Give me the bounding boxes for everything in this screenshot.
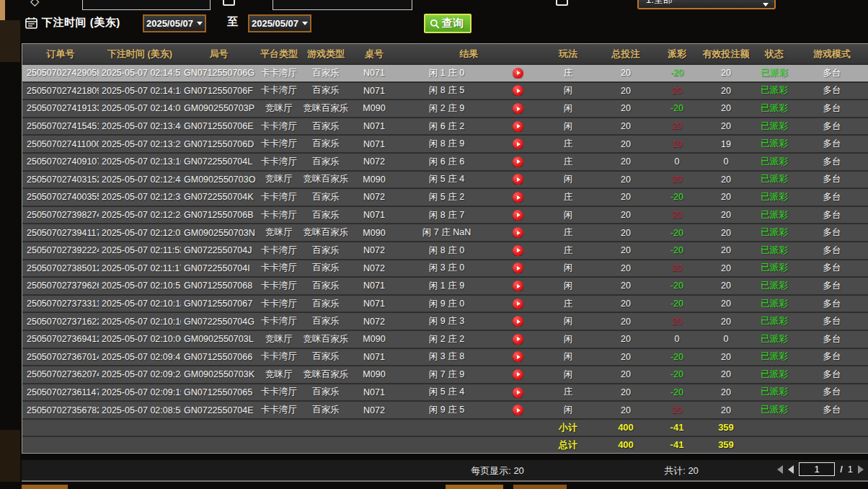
play-video-icon[interactable]	[513, 157, 523, 167]
cell-table-number: N072	[350, 405, 398, 415]
cell-platform-type: 卡卡湾厅	[257, 262, 301, 274]
play-video-icon[interactable]	[513, 227, 523, 238]
cell-total-bet: 20	[596, 317, 655, 327]
cell-order-number: 250507027356782	[22, 405, 99, 415]
cell-platform-type: 卡卡湾厅	[257, 404, 301, 416]
filter-input-1[interactable]	[82, 0, 211, 10]
cell-bet-time: 2025-05-07 02:11:17	[99, 263, 181, 273]
cell-result: 闲 8 庄 5	[398, 84, 495, 97]
page-count: 1	[848, 464, 853, 475]
cell-order-number: 250507027415451	[22, 121, 99, 131]
play-video-icon[interactable]	[513, 351, 523, 362]
table-row[interactable]: 250507027356782 2025-05-07 02:08:58 GN07…	[22, 400, 868, 418]
cell-game-type: 竞咪百家乐	[301, 102, 350, 115]
table-row[interactable]: 250507027411000 2025-05-07 02:13:25 GN07…	[22, 134, 868, 152]
cell-play-method: 闲	[540, 102, 596, 115]
play-video-icon[interactable]	[513, 174, 523, 185]
cell-payout: -20	[655, 228, 699, 238]
cell-game-mode: 多台	[795, 333, 868, 345]
table-body: 250507027429058 2025-05-07 02:14:52 GN07…	[22, 63, 868, 418]
table-row[interactable]: 250507027392224 2025-05-07 02:11:53 GN07…	[22, 241, 868, 259]
header-game-type: 游戏类型	[301, 48, 350, 61]
cell-play-method: 庄	[540, 191, 596, 203]
cell-order-number: 250507027373311	[22, 299, 99, 309]
cell-order-number: 250507027398274	[22, 210, 99, 220]
table-row[interactable]: 250507027403152 2025-05-07 02:12:48 GM09…	[22, 170, 868, 188]
table-row[interactable]: 250507027429058 2025-05-07 02:14:52 GN07…	[22, 63, 868, 82]
table-row[interactable]: 250507027367014 2025-05-07 02:09:47 GN07…	[22, 348, 868, 366]
play-video-icon[interactable]	[513, 281, 523, 291]
play-video-icon[interactable]	[513, 299, 523, 309]
play-video-icon[interactable]	[513, 68, 523, 79]
cell-order-number: 250507027385012	[22, 263, 99, 273]
table-row[interactable]: 250507027379626 2025-05-07 02:10:51 GN07…	[22, 276, 868, 294]
cell-game-type: 竞咪百家乐	[301, 173, 350, 185]
cell-game-mode: 多台	[795, 138, 868, 150]
table-row[interactable]: 250507027371622 2025-05-07 02:10:10 GN07…	[22, 312, 868, 330]
play-video-icon[interactable]	[513, 138, 523, 149]
play-video-icon[interactable]	[513, 121, 523, 132]
cell-game-type: 百家乐	[301, 120, 350, 133]
cell-game-type: 百家乐	[301, 156, 350, 168]
table-row[interactable]: 250507027421809 2025-05-07 02:14:18 GN07…	[22, 82, 868, 100]
cell-result: 闲 3 庄 0	[398, 262, 495, 274]
header-table-no: 桌号	[350, 48, 398, 61]
calendar-icon	[223, 0, 235, 6]
first-page-button[interactable]	[777, 465, 783, 474]
play-video-icon[interactable]	[513, 210, 523, 221]
next-page-button[interactable]	[858, 465, 864, 474]
table-row[interactable]: 250507027361147 2025-05-07 02:09:19 GN07…	[22, 383, 868, 401]
cell-payout: -20	[655, 192, 699, 202]
cell-platform-type: 竞咪厅	[257, 102, 301, 115]
table-row[interactable]: 250507027398274 2025-05-07 02:12:24 GN07…	[22, 206, 868, 224]
cell-table-number: N072	[350, 317, 398, 327]
cell-status: 已派彩	[753, 138, 795, 150]
cell-table-number: M090	[350, 103, 398, 113]
cell-play-method: 庄	[540, 156, 596, 168]
play-video-icon[interactable]	[513, 103, 523, 114]
cell-round-number: GN0712550706E	[181, 121, 257, 131]
cell-bet-time: 2025-05-07 02:08:58	[99, 405, 181, 415]
table-row[interactable]: 250507027385012 2025-05-07 02:11:17 GN07…	[22, 259, 868, 277]
cell-table-number: N071	[350, 281, 398, 291]
cell-bet-time: 2025-05-07 02:13:25	[99, 139, 181, 149]
table-row[interactable]: 250507027400355 2025-05-07 02:12:33 GN07…	[22, 188, 868, 206]
cell-bet-time: 2025-05-07 02:13:46	[99, 121, 181, 131]
cell-payout: 0	[655, 157, 699, 167]
header-bet-time: 下注时间 (美东)	[99, 48, 181, 61]
search-button[interactable]: 查询	[424, 14, 471, 33]
play-video-icon[interactable]	[513, 85, 523, 96]
play-video-icon[interactable]	[513, 387, 523, 398]
date-to-select[interactable]: 2025/05/07	[248, 14, 311, 32]
play-video-icon[interactable]	[513, 316, 523, 327]
cell-status: 已派彩	[753, 209, 795, 221]
table-row[interactable]: 250507027373311 2025-05-07 02:10:18 GN07…	[22, 294, 868, 312]
cell-platform-type: 竞咪厅	[257, 173, 301, 185]
filter-input-2[interactable]	[273, 0, 412, 10]
platform-type-select[interactable]: 1:全部	[637, 0, 776, 9]
table-row[interactable]: 250507027419133 2025-05-07 02:14:03 GM09…	[22, 99, 868, 117]
play-video-icon[interactable]	[513, 245, 523, 256]
cell-total-bet: 20	[596, 228, 655, 238]
play-video-icon[interactable]	[513, 192, 523, 203]
cell-game-type: 百家乐	[301, 298, 350, 310]
play-video-icon[interactable]	[513, 405, 523, 415]
cell-game-mode: 多台	[795, 298, 868, 310]
prev-page-button[interactable]	[788, 465, 794, 474]
cell-game-mode: 多台	[795, 209, 868, 221]
play-video-icon[interactable]	[513, 369, 523, 380]
cell-total-bet: 20	[596, 103, 655, 113]
table-row[interactable]: 250507027415451 2025-05-07 02:13:46 GN07…	[22, 117, 868, 135]
table-row[interactable]: 250507027394117 2025-05-07 02:12:03 GM09…	[22, 223, 868, 241]
pagination: / 1	[777, 462, 864, 476]
cell-game-type: 竞咪百家乐	[301, 333, 350, 345]
date-from-select[interactable]: 2025/05/07	[143, 14, 206, 32]
table-row[interactable]: 250507027369412 2025-05-07 02:10:00 GM09…	[22, 330, 868, 348]
table-row[interactable]: 250507027409107 2025-05-07 02:13:16 GN07…	[22, 152, 868, 170]
cell-payout: 20	[655, 263, 699, 273]
cell-order-number: 250507027369412	[22, 334, 99, 344]
table-row[interactable]: 250507027362074 2025-05-07 02:09:24 GM09…	[22, 365, 868, 383]
play-video-icon[interactable]	[513, 334, 523, 345]
page-number-input[interactable]	[799, 462, 835, 476]
play-video-icon[interactable]	[513, 263, 523, 273]
